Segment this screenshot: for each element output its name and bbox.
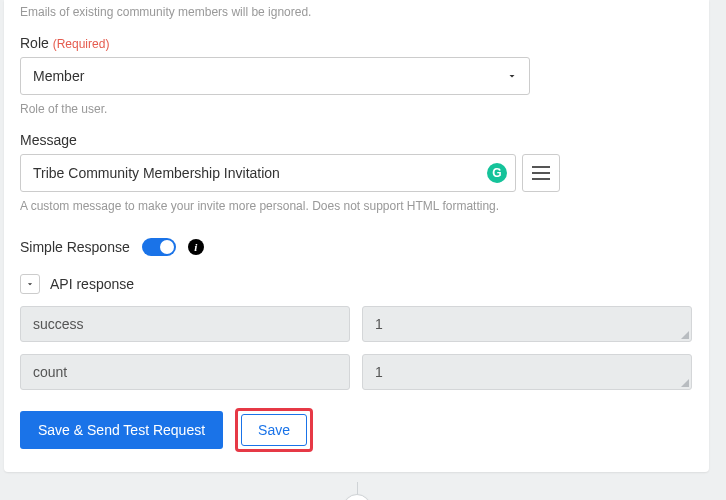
kv-key-cell[interactable]: success [20,306,350,342]
message-helper-text: A custom message to make your invite mor… [20,198,693,215]
message-input[interactable] [31,155,475,191]
role-label-row: Role (Required) [20,35,693,51]
kv-val-text: 1 [375,364,383,380]
api-response-label: API response [50,276,134,292]
chevron-down-icon [506,70,518,82]
kv-val-text: 1 [375,316,383,332]
kv-val-cell[interactable]: 1 [362,354,692,390]
role-select[interactable]: Member [20,57,530,95]
grammarly-icon[interactable]: G [487,163,507,183]
emails-helper-text: Emails of existing community members wil… [20,0,693,21]
role-label: Role [20,35,49,51]
simple-response-toggle[interactable] [142,238,176,256]
menu-icon [532,166,550,180]
resize-handle-icon[interactable] [681,331,689,339]
chevron-down-icon [25,279,35,289]
kv-row: success 1 [20,306,693,342]
save-send-test-button[interactable]: Save & Send Test Request [20,411,223,449]
kv-val-cell[interactable]: 1 [362,306,692,342]
kv-row: count 1 [20,354,693,390]
api-response-expand-button[interactable] [20,274,40,294]
message-label: Message [20,132,693,148]
role-required-tag: (Required) [53,37,110,51]
info-icon[interactable]: i [188,239,204,255]
resize-handle-icon[interactable] [681,379,689,387]
kv-key-cell[interactable]: count [20,354,350,390]
add-step-area: + [4,482,709,500]
role-value: Member [33,68,84,84]
form-panel: Emails of existing community members wil… [4,0,709,472]
kv-key-text: count [33,364,67,380]
simple-response-label: Simple Response [20,239,130,255]
add-step-button[interactable]: + [343,494,371,500]
save-button[interactable]: Save [241,414,307,446]
kv-key-text: success [33,316,84,332]
message-options-button[interactable] [522,154,560,192]
save-button-highlight: Save [235,408,313,452]
toggle-knob [160,240,174,254]
role-helper-text: Role of the user. [20,101,693,118]
